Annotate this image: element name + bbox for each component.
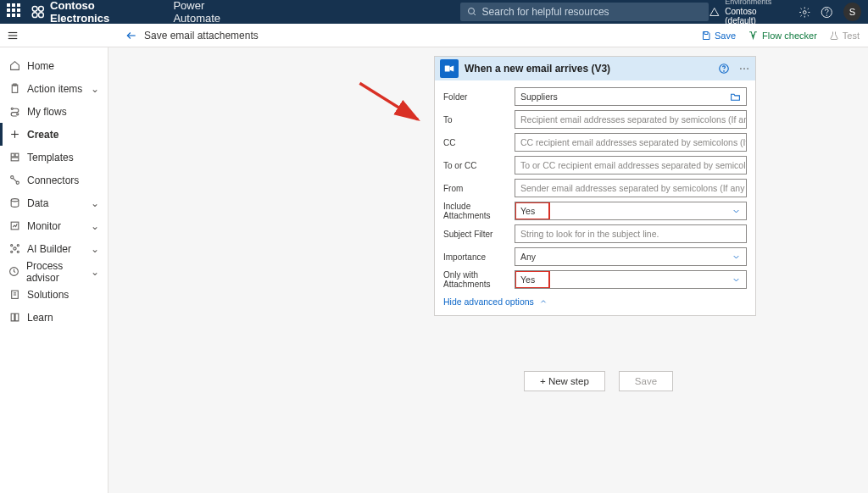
- svg-point-1: [38, 6, 43, 11]
- flow-checker-button[interactable]: Flow checker: [748, 30, 817, 41]
- env-name: Contoso (default): [725, 7, 756, 25]
- data-icon: [8, 197, 20, 209]
- nav-my-flows[interactable]: My flows: [0, 100, 108, 123]
- svg-point-4: [468, 8, 474, 14]
- learn-icon: [8, 312, 20, 324]
- new-step-button[interactable]: + New step: [524, 371, 605, 391]
- svg-point-3: [38, 13, 43, 18]
- monitor-icon: [8, 220, 20, 232]
- from-input[interactable]: Sender email addresses separated by semi…: [515, 179, 747, 197]
- chevron-down-icon: ⌄: [91, 83, 99, 95]
- save-icon: [701, 30, 711, 41]
- test-button[interactable]: Test: [829, 30, 860, 41]
- nav-home[interactable]: Home: [0, 54, 108, 77]
- svg-point-0: [32, 6, 37, 11]
- nav-connectors[interactable]: Connectors: [0, 169, 108, 191]
- nav-data[interactable]: Data⌄: [0, 191, 108, 214]
- svg-point-29: [17, 245, 19, 246]
- svg-line-24: [13, 178, 16, 181]
- svg-point-40: [740, 68, 742, 69]
- folder-picker-icon[interactable]: [730, 91, 741, 102]
- process-icon: [8, 266, 19, 278]
- nav-create[interactable]: Create: [0, 123, 108, 146]
- save-flow-button[interactable]: Save: [619, 371, 673, 391]
- nav-process-advisor[interactable]: Process advisor⌄: [0, 260, 108, 283]
- templates-icon: [8, 152, 20, 163]
- include-attachments-select[interactable]: Yes: [515, 202, 747, 220]
- hide-advanced-link[interactable]: Hide advanced options: [443, 293, 747, 312]
- svg-point-27: [13, 247, 15, 250]
- svg-rect-19: [11, 153, 14, 157]
- suite-header: Contoso Electronics Power Automate Searc…: [0, 0, 868, 24]
- to-input[interactable]: Recipient email addresses separated by s…: [515, 110, 747, 129]
- search-icon: [467, 7, 477, 17]
- nav-action-items[interactable]: Action items⌄: [0, 77, 108, 100]
- nav-monitor[interactable]: Monitor⌄: [0, 214, 108, 237]
- user-avatar[interactable]: S: [843, 3, 861, 21]
- field-label: Folder: [443, 92, 515, 102]
- help-icon[interactable]: [821, 6, 833, 19]
- svg-point-15: [11, 108, 13, 109]
- environment-picker[interactable]: Environments Contoso (default): [709, 0, 788, 25]
- home-icon: [8, 60, 20, 72]
- field-label: Subject Filter: [443, 230, 515, 239]
- field-label: Include Attachments: [443, 202, 515, 220]
- cc-input[interactable]: CC recipient email addresses separated b…: [515, 133, 747, 152]
- help-icon[interactable]: [718, 63, 730, 75]
- left-nav: Home Action items⌄ My flows Create Templ…: [0, 47, 108, 493]
- more-icon[interactable]: [738, 63, 750, 75]
- nav-solutions[interactable]: Solutions: [0, 283, 108, 306]
- environment-icon: [709, 6, 721, 18]
- svg-point-41: [743, 68, 745, 69]
- command-bar: Save email attachements Save Flow checke…: [0, 24, 868, 47]
- env-label: Environments: [725, 0, 787, 7]
- field-label: Only with Attachments: [443, 270, 515, 289]
- field-label: To or CC: [443, 161, 515, 170]
- brand-logo-icon: [31, 4, 46, 19]
- svg-point-6: [803, 10, 806, 14]
- svg-rect-21: [11, 158, 19, 161]
- folder-input[interactable]: Suppliers: [515, 87, 747, 106]
- back-arrow-icon[interactable]: [125, 30, 137, 42]
- svg-rect-37: [445, 66, 450, 72]
- tocc-input[interactable]: To or CC recipient email addresses separ…: [515, 156, 747, 174]
- card-title: When a new email arrives (V3): [465, 63, 610, 75]
- brand-name[interactable]: Contoso Electronics: [50, 0, 154, 25]
- field-label: Importance: [443, 252, 515, 262]
- svg-line-36: [359, 83, 418, 119]
- chevron-down-icon: ⌄: [91, 266, 99, 278]
- designer-canvas: When a new email arrives (V3) Folder Sup…: [108, 47, 868, 493]
- nav-templates[interactable]: Templates: [0, 146, 108, 169]
- svg-point-42: [747, 68, 748, 69]
- save-button[interactable]: Save: [701, 30, 736, 41]
- field-label: To: [443, 115, 515, 125]
- search-input[interactable]: Search for helpful resources: [460, 3, 709, 21]
- annotation-arrow: [354, 80, 431, 133]
- flows-icon: [8, 106, 20, 118]
- svg-point-8: [826, 14, 827, 15]
- nav-learn[interactable]: Learn: [0, 306, 108, 329]
- card-header[interactable]: When a new email arrives (V3): [435, 57, 755, 80]
- svg-point-30: [10, 251, 12, 252]
- only-attachments-select[interactable]: Yes: [515, 270, 747, 289]
- ai-icon: [8, 243, 20, 255]
- chevron-down-icon: ⌄: [91, 220, 99, 232]
- svg-point-25: [11, 199, 19, 202]
- settings-icon[interactable]: [798, 6, 811, 19]
- clipboard-icon: [8, 83, 20, 95]
- chevron-down-icon: [732, 275, 741, 285]
- importance-select[interactable]: Any: [515, 247, 747, 266]
- svg-point-16: [16, 114, 18, 115]
- chevron-down-icon: ⌄: [91, 243, 99, 255]
- nav-toggle-icon[interactable]: [0, 30, 25, 42]
- solutions-icon: [8, 289, 20, 301]
- nav-ai-builder[interactable]: AI Builder⌄: [0, 237, 108, 260]
- app-name[interactable]: Power Automate: [173, 0, 252, 25]
- app-launcher-icon[interactable]: [7, 3, 24, 20]
- subject-input[interactable]: String to look for in the subject line.: [515, 224, 747, 243]
- flow-name: Save email attachements: [144, 30, 259, 42]
- svg-point-28: [10, 245, 12, 246]
- svg-line-5: [473, 14, 476, 16]
- flask-icon: [829, 30, 839, 41]
- connectors-icon: [8, 174, 20, 186]
